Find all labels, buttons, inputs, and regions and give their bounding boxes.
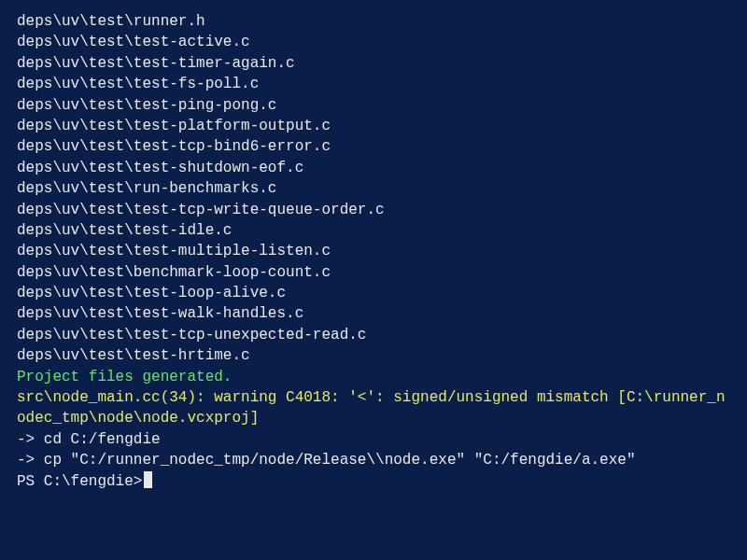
output-line: deps\uv\test\test-shutdown-eof.c bbox=[17, 158, 730, 178]
warning-message: src\node_main.cc(34): warning C4018: '<'… bbox=[17, 387, 730, 429]
output-line: deps\uv\test\test-idle.c bbox=[17, 220, 730, 241]
output-line: deps\uv\test\test-fs-poll.c bbox=[17, 74, 730, 94]
output-lines-container: deps\uv\test\runner.h deps\uv\test\test-… bbox=[17, 11, 730, 367]
output-line: deps\uv\test\benchmark-loop-count.c bbox=[17, 262, 730, 283]
output-line: deps\uv\test\test-tcp-bind6-error.c bbox=[17, 136, 730, 157]
cursor-icon bbox=[144, 471, 152, 488]
output-line: deps\uv\test\test-platform-output.c bbox=[17, 116, 730, 136]
terminal-output[interactable]: deps\uv\test\runner.h deps\uv\test\test-… bbox=[17, 11, 730, 492]
output-line: deps\uv\test\test-walk-handles.c bbox=[17, 303, 730, 324]
output-line: deps\uv\test\test-tcp-write-queue-order.… bbox=[17, 200, 730, 220]
output-line: deps\uv\test\test-active.c bbox=[17, 32, 730, 52]
output-line: deps\uv\test\test-hrtime.c bbox=[17, 345, 730, 366]
output-line: deps\uv\test\runner.h bbox=[17, 11, 730, 32]
output-line: deps\uv\test\test-tcp-unexpected-read.c bbox=[17, 325, 730, 345]
command-echo-line: -> cd C:/fengdie bbox=[17, 429, 730, 450]
output-line: deps\uv\test\test-timer-again.c bbox=[17, 53, 730, 74]
output-line: deps\uv\test\run-benchmarks.c bbox=[17, 178, 730, 199]
command-echo-line: -> cp "C:/runner_nodec_tmp/node/Release\… bbox=[17, 450, 730, 470]
output-line: deps\uv\test\test-multiple-listen.c bbox=[17, 241, 730, 261]
output-line: deps\uv\test\test-loop-alive.c bbox=[17, 283, 730, 303]
prompt-prefix: PS C:\fengdie> bbox=[17, 471, 142, 492]
output-line: deps\uv\test\test-ping-pong.c bbox=[17, 95, 730, 116]
prompt-line[interactable]: PS C:\fengdie> bbox=[17, 471, 730, 492]
status-message: Project files generated. bbox=[17, 367, 730, 387]
